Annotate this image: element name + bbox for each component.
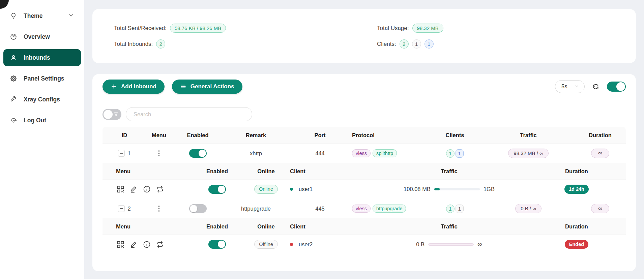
inbound-traffic-badge: 98.32 MB / ∞ [508, 149, 548, 158]
refresh-icon[interactable] [591, 82, 600, 91]
row-menu-icon[interactable] [156, 149, 163, 158]
total-usage-badge: 98.32 MB [412, 24, 443, 33]
subcol-client: Client [285, 223, 372, 230]
sidebar-item-logout[interactable]: Log Out [3, 112, 81, 129]
sidebar-item-panel-settings[interactable]: Panel Settings [3, 70, 81, 87]
reset-traffic-icon[interactable] [155, 185, 165, 194]
sidebar-item-theme[interactable]: Theme [3, 7, 81, 24]
inbound-remark: httpupgrade [224, 206, 288, 212]
subcol-client: Client [285, 168, 372, 175]
chevron-down-icon [67, 11, 75, 21]
edit-icon[interactable] [129, 185, 138, 194]
inbound-port: 445 [288, 206, 352, 212]
inbound-id: 2 [127, 206, 130, 212]
subcol-menu: Menu [103, 223, 187, 230]
col-menu: Menu [146, 132, 172, 138]
sidebar-item-label: Xray Configs [24, 96, 60, 103]
client-header-row: Menu Enabled Online Client Traffic Durat… [103, 163, 626, 179]
sidebar-item-label: Log Out [24, 117, 46, 124]
sidebar-item-inbounds[interactable]: Inbounds [3, 49, 81, 66]
logout-icon [9, 116, 18, 124]
search-input[interactable] [126, 107, 252, 121]
refresh-interval-select[interactable]: 5s [555, 80, 585, 93]
row-menu-icon[interactable] [156, 204, 163, 213]
subcol-traffic: Traffic [372, 168, 526, 175]
inbound-online-badge: 1 [456, 205, 464, 213]
qr-code-icon[interactable] [116, 185, 125, 194]
clients-badge-online: 1 [425, 39, 434, 49]
total-usage-label: Total Usage: [377, 25, 409, 32]
chevron-down-icon [574, 83, 580, 90]
client-duration-badge: 1d 24h [564, 185, 589, 194]
inbound-online-badge: 1 [456, 149, 464, 158]
table-row: 1 xhttp 444 vless splithttp 1 1 98.32 MB… [103, 144, 626, 163]
col-traffic: Traffic [484, 132, 573, 138]
sidebar-item-xray-configs[interactable]: Xray Configs [3, 91, 81, 108]
wrench-icon [9, 95, 18, 103]
protocol-tag: httpupgrade [373, 205, 406, 213]
protocol-tag: splithttp [373, 149, 397, 158]
collapse-row-button[interactable] [118, 205, 125, 212]
info-icon[interactable] [142, 185, 151, 194]
col-clients: Clients [426, 132, 484, 138]
protocol-tag: vless [352, 205, 371, 213]
edit-icon[interactable] [129, 240, 138, 249]
filter-toggle[interactable] [103, 109, 121, 120]
col-duration: Duration [573, 132, 627, 138]
inbound-remark: xhttp [224, 150, 288, 157]
bulb-icon [9, 12, 18, 20]
col-protocol: Protocol [352, 132, 426, 138]
clients-badge-deactivated: 1 [412, 39, 421, 49]
auto-refresh-toggle[interactable] [607, 82, 626, 92]
inbound-duration-badge: ∞ [591, 204, 609, 213]
sidebar: Theme Overview Inbounds Panel Settings X… [0, 0, 84, 279]
add-inbound-button[interactable]: Add Inbound [103, 80, 165, 94]
sidebar-item-label: Inbounds [24, 54, 50, 61]
info-icon[interactable] [142, 240, 151, 249]
clients-badge-total: 2 [400, 39, 409, 49]
toolbar: Add Inbound General Actions 5s [92, 74, 636, 99]
client-enabled-toggle[interactable] [208, 240, 226, 249]
sidebar-item-overview[interactable]: Overview [3, 28, 81, 45]
total-sent-received-label: Total Sent/Received: [114, 25, 167, 32]
main-content: Total Sent/Received: 58.76 KB / 98.26 MB… [84, 0, 644, 279]
subcol-traffic: Traffic [372, 223, 526, 230]
traffic-used: 0 B [416, 241, 425, 248]
qr-code-icon[interactable] [116, 240, 125, 249]
reset-traffic-icon[interactable] [155, 240, 165, 249]
subcol-enabled: Enabled [187, 168, 247, 175]
inbound-traffic-badge: 0 B / ∞ [515, 204, 541, 213]
plus-icon [111, 83, 117, 90]
total-inbounds-badge: 2 [156, 39, 165, 49]
online-status-badge: Online [254, 185, 278, 194]
col-port: Port [288, 132, 352, 138]
total-inbounds-label: Total Inbounds: [114, 41, 153, 48]
inbound-clients-badge: 1 [446, 149, 454, 158]
inbound-port: 444 [288, 150, 352, 157]
inbound-enabled-toggle[interactable] [189, 149, 207, 158]
collapse-row-button[interactable] [118, 150, 125, 157]
sidebar-item-label: Panel Settings [24, 75, 64, 82]
inbounds-card: Add Inbound General Actions 5s [92, 74, 636, 271]
col-remark: Remark [224, 132, 288, 138]
inbound-enabled-toggle[interactable] [189, 204, 207, 213]
client-dot [290, 243, 293, 246]
table-row: 2 httpupgrade 445 vless httpupgrade 1 1 … [103, 199, 626, 218]
user-icon [9, 54, 18, 62]
col-id: ID [103, 132, 146, 138]
traffic-progress-bar [428, 243, 474, 246]
subcol-duration: Duration [526, 223, 627, 230]
search-row [92, 99, 636, 127]
client-row: Offline user2 0 B ∞ Ended [103, 235, 626, 254]
gear-icon [9, 74, 18, 83]
client-row: Online user1 100.08 MB 1GB 1d 24h [103, 179, 626, 199]
dashboard-icon [9, 33, 18, 41]
inbounds-table: ID Menu Enabled Remark Port Protocol Cli… [103, 127, 626, 254]
col-enabled: Enabled [172, 132, 224, 138]
subcol-menu: Menu [103, 168, 187, 175]
traffic-total: 1GB [484, 186, 495, 192]
client-enabled-toggle[interactable] [208, 185, 226, 194]
general-actions-button[interactable]: General Actions [172, 80, 242, 94]
inbound-id: 1 [127, 150, 130, 157]
funnel-icon [113, 112, 119, 117]
